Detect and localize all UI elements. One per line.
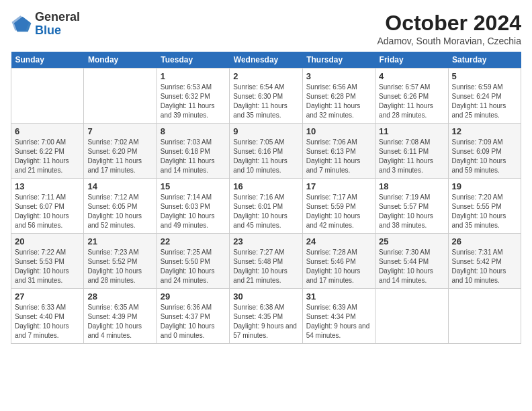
calendar-cell [375,289,448,344]
day-info: Sunrise: 6:35 AM Sunset: 4:39 PM Dayligh… [87,303,152,340]
day-number: 7 [87,126,152,136]
day-number: 9 [233,126,298,136]
logo-general: General [35,11,80,24]
day-info: Sunrise: 7:23 AM Sunset: 5:52 PM Dayligh… [87,248,152,285]
calendar-cell: 15Sunrise: 7:14 AM Sunset: 6:03 PM Dayli… [157,179,229,234]
day-info: Sunrise: 7:08 AM Sunset: 6:11 PM Dayligh… [379,138,444,175]
calendar-cell [11,68,84,124]
calendar-cell: 11Sunrise: 7:08 AM Sunset: 6:11 PM Dayli… [375,124,448,179]
day-number: 4 [379,71,444,81]
calendar-cell: 12Sunrise: 7:09 AM Sunset: 6:09 PM Dayli… [448,124,521,179]
day-info: Sunrise: 7:03 AM Sunset: 6:18 PM Dayligh… [161,138,226,175]
calendar-cell: 16Sunrise: 7:16 AM Sunset: 6:01 PM Dayli… [230,179,302,234]
day-info: Sunrise: 6:38 AM Sunset: 4:35 PM Dayligh… [233,303,298,340]
day-info: Sunrise: 7:02 AM Sunset: 6:20 PM Dayligh… [87,138,152,175]
logo-blue: Blue [35,24,80,38]
day-info: Sunrise: 7:16 AM Sunset: 6:01 PM Dayligh… [233,193,298,230]
day-info: Sunrise: 7:12 AM Sunset: 6:05 PM Dayligh… [87,193,152,230]
day-number: 18 [379,181,444,191]
calendar-cell: 8Sunrise: 7:03 AM Sunset: 6:18 PM Daylig… [157,124,229,179]
day-number: 13 [15,181,80,191]
day-info: Sunrise: 7:05 AM Sunset: 6:16 PM Dayligh… [233,138,298,175]
day-number: 5 [452,71,517,81]
calendar-cell: 13Sunrise: 7:11 AM Sunset: 6:07 PM Dayli… [11,179,84,234]
day-number: 14 [87,181,152,191]
calendar-table: SundayMondayTuesdayWednesdayThursdayFrid… [11,52,521,344]
calendar-cell: 30Sunrise: 6:38 AM Sunset: 4:35 PM Dayli… [230,289,302,344]
day-info: Sunrise: 6:53 AM Sunset: 6:32 PM Dayligh… [161,83,226,120]
calendar-week-row: 6Sunrise: 7:00 AM Sunset: 6:22 PM Daylig… [11,124,521,179]
day-number: 29 [161,291,226,302]
logo-text: General Blue [35,11,80,38]
calendar-cell: 28Sunrise: 6:35 AM Sunset: 4:39 PM Dayli… [84,289,157,344]
day-number: 21 [87,236,152,246]
day-number: 16 [233,181,298,191]
day-number: 23 [233,236,298,246]
day-info: Sunrise: 6:54 AM Sunset: 6:30 PM Dayligh… [233,83,298,120]
day-info: Sunrise: 7:31 AM Sunset: 5:42 PM Dayligh… [452,248,517,285]
day-info: Sunrise: 6:59 AM Sunset: 6:24 PM Dayligh… [452,83,517,120]
day-number: 30 [233,291,298,302]
day-info: Sunrise: 6:33 AM Sunset: 4:40 PM Dayligh… [15,303,80,340]
day-number: 28 [87,291,152,302]
day-info: Sunrise: 7:27 AM Sunset: 5:48 PM Dayligh… [233,248,298,285]
day-info: Sunrise: 7:11 AM Sunset: 6:07 PM Dayligh… [15,193,80,230]
calendar-cell [84,68,157,124]
day-info: Sunrise: 7:30 AM Sunset: 5:44 PM Dayligh… [379,248,444,285]
day-info: Sunrise: 7:28 AM Sunset: 5:46 PM Dayligh… [306,248,371,285]
title-block: October 2024 Adamov, South Moravian, Cze… [377,11,521,46]
calendar-cell: 23Sunrise: 7:27 AM Sunset: 5:48 PM Dayli… [230,234,302,289]
calendar-cell: 22Sunrise: 7:25 AM Sunset: 5:50 PM Dayli… [157,234,229,289]
calendar-cell: 9Sunrise: 7:05 AM Sunset: 6:16 PM Daylig… [230,124,302,179]
day-number: 31 [306,291,371,302]
calendar-cell: 17Sunrise: 7:17 AM Sunset: 5:59 PM Dayli… [302,179,375,234]
day-info: Sunrise: 7:22 AM Sunset: 5:53 PM Dayligh… [15,248,80,285]
logo: General Blue [11,11,80,38]
month-title: October 2024 [377,11,521,36]
day-number: 25 [379,236,444,246]
day-info: Sunrise: 7:17 AM Sunset: 5:59 PM Dayligh… [306,193,371,230]
weekday-header: Friday [375,52,448,68]
day-info: Sunrise: 7:09 AM Sunset: 6:09 PM Dayligh… [452,138,517,175]
day-info: Sunrise: 6:57 AM Sunset: 6:26 PM Dayligh… [379,83,444,120]
calendar-cell: 5Sunrise: 6:59 AM Sunset: 6:24 PM Daylig… [448,68,521,124]
calendar-cell: 20Sunrise: 7:22 AM Sunset: 5:53 PM Dayli… [11,234,84,289]
calendar-cell: 25Sunrise: 7:30 AM Sunset: 5:44 PM Dayli… [375,234,448,289]
day-number: 27 [15,291,80,302]
calendar-cell: 26Sunrise: 7:31 AM Sunset: 5:42 PM Dayli… [448,234,521,289]
day-number: 12 [452,126,517,136]
weekday-header: Wednesday [230,52,302,68]
day-info: Sunrise: 7:19 AM Sunset: 5:57 PM Dayligh… [379,193,444,230]
day-number: 6 [15,126,80,136]
day-info: Sunrise: 7:20 AM Sunset: 5:55 PM Dayligh… [452,193,517,230]
calendar-cell: 19Sunrise: 7:20 AM Sunset: 5:55 PM Dayli… [448,179,521,234]
calendar-cell: 4Sunrise: 6:57 AM Sunset: 6:26 PM Daylig… [375,68,448,124]
day-number: 11 [379,126,444,136]
weekday-header-row: SundayMondayTuesdayWednesdayThursdayFrid… [11,52,521,68]
day-number: 1 [161,71,226,81]
day-number: 3 [306,71,371,81]
weekday-header: Sunday [11,52,84,68]
svg-marker-1 [12,15,30,30]
day-info: Sunrise: 7:06 AM Sunset: 6:13 PM Dayligh… [306,138,371,175]
day-info: Sunrise: 6:36 AM Sunset: 4:37 PM Dayligh… [161,303,226,340]
day-number: 8 [161,126,226,136]
day-info: Sunrise: 6:39 AM Sunset: 4:34 PM Dayligh… [306,303,371,340]
day-info: Sunrise: 7:00 AM Sunset: 6:22 PM Dayligh… [15,138,80,175]
calendar-cell: 29Sunrise: 6:36 AM Sunset: 4:37 PM Dayli… [157,289,229,344]
calendar-week-row: 27Sunrise: 6:33 AM Sunset: 4:40 PM Dayli… [11,289,521,344]
day-number: 17 [306,181,371,191]
calendar-cell: 18Sunrise: 7:19 AM Sunset: 5:57 PM Dayli… [375,179,448,234]
calendar-cell: 6Sunrise: 7:00 AM Sunset: 6:22 PM Daylig… [11,124,84,179]
day-number: 24 [306,236,371,246]
weekday-header: Saturday [448,52,521,68]
day-number: 15 [161,181,226,191]
day-number: 20 [15,236,80,246]
page-header: General Blue October 2024 Adamov, South … [11,11,521,46]
day-number: 2 [233,71,298,81]
day-info: Sunrise: 7:25 AM Sunset: 5:50 PM Dayligh… [161,248,226,285]
calendar-week-row: 13Sunrise: 7:11 AM Sunset: 6:07 PM Dayli… [11,179,521,234]
calendar-week-row: 20Sunrise: 7:22 AM Sunset: 5:53 PM Dayli… [11,234,521,289]
calendar-cell: 14Sunrise: 7:12 AM Sunset: 6:05 PM Dayli… [84,179,157,234]
day-info: Sunrise: 7:14 AM Sunset: 6:03 PM Dayligh… [161,193,226,230]
